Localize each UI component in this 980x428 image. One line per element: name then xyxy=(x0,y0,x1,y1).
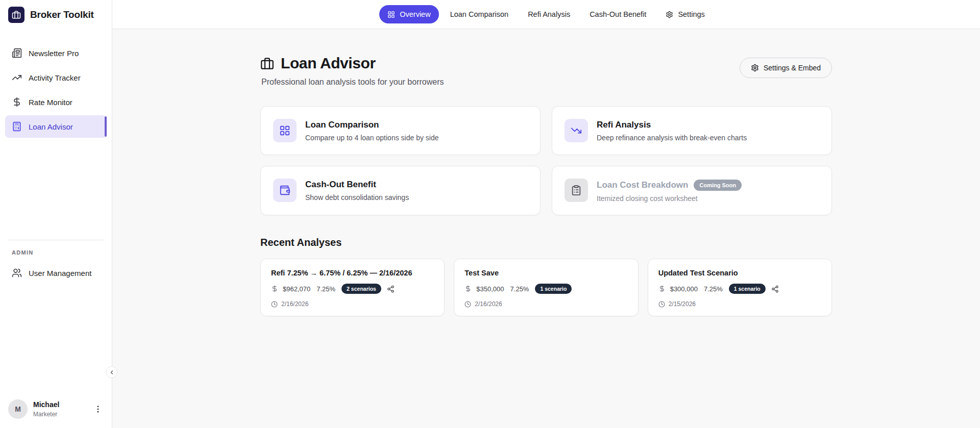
feature-card-refi-analysis[interactable]: Refi Analysis Deep refinance analysis wi… xyxy=(552,106,832,155)
calculator-icon xyxy=(12,121,22,132)
dollar-icon xyxy=(12,97,22,107)
loan-amount: $350,000 xyxy=(476,285,504,293)
avatar: M xyxy=(8,399,28,419)
feature-card-loan-comparison[interactable]: Loan Comparison Compare up to 4 loan opt… xyxy=(260,106,541,155)
scenario-count-badge: 1 scenario xyxy=(535,284,572,294)
app-logo[interactable]: Broker Toolkit xyxy=(0,0,112,30)
user-profile: M Michael Marketer xyxy=(0,392,112,428)
newspaper-icon xyxy=(12,48,22,58)
share-icon[interactable] xyxy=(387,285,395,293)
page-title: Loan Advisor xyxy=(281,55,376,72)
grid-icon xyxy=(273,119,297,142)
tab-label: Overview xyxy=(400,10,430,18)
tab-label: Refi Analysis xyxy=(528,10,570,18)
feature-description: Compare up to 4 loan options side by sid… xyxy=(305,134,439,142)
analysis-date: 2/15/2026 xyxy=(669,300,696,308)
page-header: Loan Advisor Professional loan analysis … xyxy=(260,55,832,87)
clock-icon xyxy=(464,301,471,308)
loan-amount: $300,000 xyxy=(670,285,698,293)
kebab-menu-icon[interactable] xyxy=(91,402,105,416)
feature-title: Refi Analysis xyxy=(597,120,651,130)
loan-rate: 7.25% xyxy=(510,285,529,293)
analysis-card[interactable]: Test Save $350,000 7.25% 1 scenario xyxy=(454,259,638,316)
tab-cash-out-benefit[interactable]: Cash-Out Benefit xyxy=(581,5,654,23)
tab-label: Settings xyxy=(678,10,704,18)
gear-icon xyxy=(751,64,759,72)
loan-rate: 7.25% xyxy=(316,285,335,293)
analysis-card[interactable]: Updated Test Scenario $300,000 7.25% 1 s… xyxy=(648,259,832,316)
recent-analyses-heading: Recent Analyses xyxy=(260,237,832,248)
app-logo-icon xyxy=(8,7,24,23)
feature-title: Loan Cost Breakdown xyxy=(597,180,688,190)
users-icon xyxy=(12,268,22,278)
user-role: Marketer xyxy=(33,411,59,418)
trending-down-icon xyxy=(565,119,588,142)
sidebar-item-label: User Management xyxy=(29,269,91,278)
dollar-icon xyxy=(271,285,278,292)
loan-rate: 7.25% xyxy=(704,285,723,293)
sidebar-item-label: Newsletter Pro xyxy=(29,49,79,58)
coming-soon-badge: Coming Soon xyxy=(694,180,742,191)
feature-description: Itemized closing cost worksheet xyxy=(597,194,742,203)
feature-title: Loan Comparison xyxy=(305,120,379,130)
settings-embed-label: Settings & Embed xyxy=(764,64,821,72)
clipboard-icon xyxy=(565,179,588,202)
top-nav: Overview Loan Comparison Refi Analysis C… xyxy=(112,0,980,29)
chevron-left-icon xyxy=(109,369,115,375)
sidebar-item-label: Activity Tracker xyxy=(29,73,81,82)
grid-icon xyxy=(387,11,395,18)
tab-settings[interactable]: Settings xyxy=(657,5,713,23)
sidebar-nav: Newsletter Pro Activity Tracker Rate Mon… xyxy=(0,30,112,140)
sidebar-item-label: Rate Monitor xyxy=(29,98,72,107)
main-area: Overview Loan Comparison Refi Analysis C… xyxy=(112,0,980,428)
sidebar-item-activity-tracker[interactable]: Activity Tracker xyxy=(5,66,107,89)
sidebar-item-newsletter-pro[interactable]: Newsletter Pro xyxy=(5,42,107,64)
page-content: Loan Advisor Professional loan analysis … xyxy=(112,29,980,428)
share-icon[interactable] xyxy=(771,285,779,293)
page-subtitle: Professional loan analysis tools for you… xyxy=(261,78,444,87)
tab-loan-comparison[interactable]: Loan Comparison xyxy=(442,5,517,23)
tab-refi-analysis[interactable]: Refi Analysis xyxy=(520,5,578,23)
tab-overview[interactable]: Overview xyxy=(379,5,438,23)
user-meta: Michael Marketer xyxy=(33,400,59,418)
user-name: Michael xyxy=(33,400,59,409)
sidebar-collapse-button[interactable] xyxy=(106,366,117,378)
scenario-count-badge: 2 scenarios xyxy=(341,284,381,294)
scenario-count-badge: 1 scenario xyxy=(729,284,766,294)
feature-title: Cash-Out Benefit xyxy=(305,180,376,190)
sidebar-admin-section: ADMIN User Management xyxy=(0,240,112,286)
sidebar-item-user-management[interactable]: User Management xyxy=(5,262,107,284)
dollar-icon xyxy=(658,285,666,292)
feature-card-loan-cost-breakdown: Loan Cost Breakdown Coming Soon Itemized… xyxy=(552,166,832,215)
sidebar-item-rate-monitor[interactable]: Rate Monitor xyxy=(5,91,107,113)
sidebar-item-label: Loan Advisor xyxy=(29,122,73,131)
divider xyxy=(8,240,104,240)
wallet-icon xyxy=(273,179,297,202)
gear-icon xyxy=(666,11,673,18)
tab-label: Cash-Out Benefit xyxy=(590,10,646,18)
loan-amount: $962,070 xyxy=(283,285,310,293)
sidebar: Broker Toolkit Newsletter Pro Activity T… xyxy=(0,0,112,428)
dollar-icon xyxy=(464,285,472,292)
tab-label: Loan Comparison xyxy=(450,10,508,18)
briefcase-icon xyxy=(260,57,274,70)
top-nav-tabs: Overview Loan Comparison Refi Analysis C… xyxy=(379,5,713,23)
analysis-title: Updated Test Scenario xyxy=(658,269,821,277)
feature-description: Deep refinance analysis with break-even … xyxy=(597,134,747,142)
recent-analyses-grid: Refi 7.25% → 6.75% / 6.25% — 2/16/2026 $… xyxy=(260,259,832,316)
app-root: Broker Toolkit Newsletter Pro Activity T… xyxy=(0,0,980,428)
analysis-title: Test Save xyxy=(464,269,627,277)
admin-section-label: ADMIN xyxy=(5,249,107,256)
analysis-title: Refi 7.25% → 6.75% / 6.25% — 2/16/2026 xyxy=(271,269,434,277)
sidebar-item-loan-advisor[interactable]: Loan Advisor xyxy=(5,115,107,138)
settings-embed-button[interactable]: Settings & Embed xyxy=(740,58,832,78)
analysis-date: 2/16/2026 xyxy=(281,300,308,308)
clock-icon xyxy=(658,301,665,308)
feature-grid: Loan Comparison Compare up to 4 loan opt… xyxy=(260,106,832,215)
feature-card-cash-out-benefit[interactable]: Cash-Out Benefit Show debt consolidation… xyxy=(260,166,541,215)
analysis-card[interactable]: Refi 7.25% → 6.75% / 6.25% — 2/16/2026 $… xyxy=(260,259,445,316)
feature-description: Show debt consolidation savings xyxy=(305,193,409,202)
clock-icon xyxy=(271,301,278,308)
app-title: Broker Toolkit xyxy=(30,9,94,20)
analysis-date: 2/16/2026 xyxy=(475,300,502,308)
